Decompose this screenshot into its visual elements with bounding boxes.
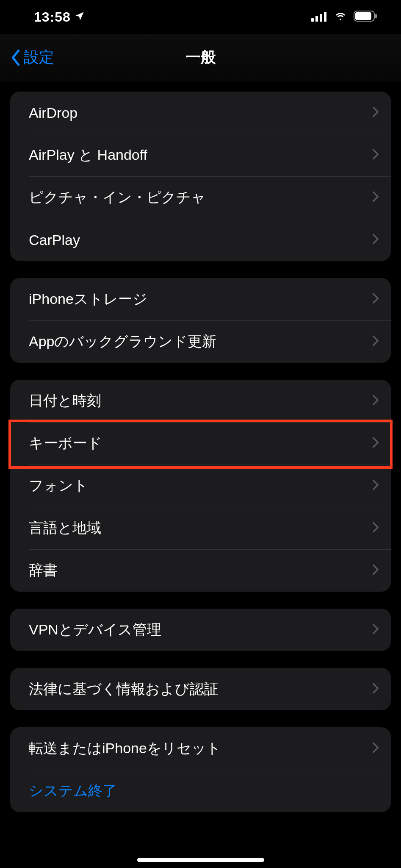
group-legal: 法律に基づく情報および認証 xyxy=(10,668,391,710)
row-pip[interactable]: ピクチャ・イン・ピクチャ xyxy=(10,176,391,219)
group-vpn: VPNとデバイス管理 xyxy=(10,609,391,651)
chevron-right-icon xyxy=(372,105,379,121)
home-indicator[interactable] xyxy=(137,858,264,862)
row-carplay[interactable]: CarPlay xyxy=(10,219,391,261)
row-label: 言語と地域 xyxy=(29,518,372,538)
chevron-right-icon xyxy=(372,740,379,757)
row-label: 日付と時刻 xyxy=(29,391,372,411)
row-airdrop[interactable]: AirDrop xyxy=(10,92,391,134)
cellular-icon xyxy=(311,9,327,25)
row-label: システム終了 xyxy=(29,781,379,801)
wifi-icon xyxy=(333,9,348,25)
chevron-right-icon xyxy=(372,562,379,579)
battery-icon xyxy=(354,9,377,25)
chevron-right-icon xyxy=(372,435,379,452)
row-dict[interactable]: 辞書 xyxy=(10,549,391,592)
row-label: 辞書 xyxy=(29,561,372,580)
row-label: CarPlay xyxy=(29,232,372,248)
status-time: 13:58 xyxy=(34,9,71,25)
row-airplay[interactable]: AirPlay と Handoff xyxy=(10,134,391,176)
chevron-right-icon xyxy=(372,393,379,409)
row-legal[interactable]: 法律に基づく情報および認証 xyxy=(10,668,391,710)
chevron-left-icon xyxy=(10,49,21,66)
chevron-right-icon xyxy=(372,681,379,698)
status-bar: 13:58 xyxy=(0,0,401,34)
row-label: iPhoneストレージ xyxy=(29,289,372,309)
row-shutdown[interactable]: システム終了 xyxy=(10,770,391,812)
chevron-right-icon xyxy=(372,478,379,494)
svg-rect-0 xyxy=(311,18,314,22)
status-right xyxy=(311,9,377,25)
row-label: ピクチャ・イン・ピクチャ xyxy=(29,188,372,207)
row-label: フォント xyxy=(29,476,372,495)
row-label: 転送またはiPhoneをリセット xyxy=(29,739,372,758)
chevron-right-icon xyxy=(372,520,379,537)
chevron-right-icon xyxy=(372,334,379,350)
row-label: キーボード xyxy=(29,434,372,453)
svg-rect-5 xyxy=(355,12,371,20)
row-label: VPNとデバイス管理 xyxy=(29,620,372,640)
row-language[interactable]: 言語と地域 xyxy=(10,507,391,549)
row-label: Appのバックグラウンド更新 xyxy=(29,332,372,351)
back-label: 設定 xyxy=(24,47,54,68)
svg-rect-6 xyxy=(375,14,377,18)
svg-rect-2 xyxy=(320,14,322,22)
content: AirDropAirPlay と Handoffピクチャ・イン・ピクチャCarP… xyxy=(0,92,401,812)
group-airplay: AirDropAirPlay と Handoffピクチャ・イン・ピクチャCarP… xyxy=(10,92,391,261)
svg-rect-3 xyxy=(324,12,326,22)
group-input: 日付と時刻キーボードフォント言語と地域辞書 xyxy=(10,380,391,592)
row-font[interactable]: フォント xyxy=(10,465,391,507)
chevron-right-icon xyxy=(372,232,379,248)
chevron-right-icon xyxy=(372,622,379,638)
row-label: 法律に基づく情報および認証 xyxy=(29,679,372,699)
chevron-right-icon xyxy=(372,291,379,308)
back-button[interactable]: 設定 xyxy=(10,47,54,68)
row-transfer[interactable]: 転送またはiPhoneをリセット xyxy=(10,727,391,770)
svg-rect-1 xyxy=(315,16,318,22)
status-left: 13:58 xyxy=(34,9,85,25)
location-icon xyxy=(74,9,85,25)
row-vpn[interactable]: VPNとデバイス管理 xyxy=(10,609,391,651)
row-label: AirDrop xyxy=(29,105,372,121)
page-title: 一般 xyxy=(185,47,216,68)
group-reset: 転送またはiPhoneをリセットシステム終了 xyxy=(10,727,391,812)
chevron-right-icon xyxy=(372,147,379,164)
row-label: AirPlay と Handoff xyxy=(29,145,372,165)
row-keyboard[interactable]: キーボード xyxy=(10,422,391,465)
row-bgrefresh[interactable]: Appのバックグラウンド更新 xyxy=(10,320,391,363)
row-storage[interactable]: iPhoneストレージ xyxy=(10,278,391,320)
group-storage: iPhoneストレージAppのバックグラウンド更新 xyxy=(10,278,391,363)
nav-bar: 設定 一般 xyxy=(0,34,401,81)
chevron-right-icon xyxy=(372,189,379,206)
row-datetime[interactable]: 日付と時刻 xyxy=(10,380,391,422)
